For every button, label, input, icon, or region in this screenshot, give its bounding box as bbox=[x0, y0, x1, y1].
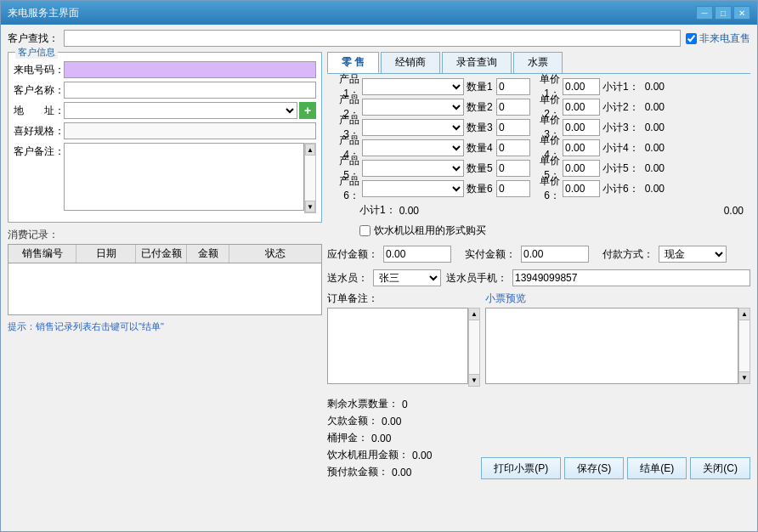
actual-input[interactable] bbox=[521, 246, 589, 263]
prod4-sub-label: 小计4： bbox=[602, 141, 628, 156]
maximize-button[interactable]: □ bbox=[715, 6, 732, 20]
order-memo-scroll-down[interactable]: ▼ bbox=[469, 374, 479, 386]
stat-deposit: 桶押金： 0.00 bbox=[327, 431, 476, 445]
search-input[interactable] bbox=[64, 30, 681, 47]
close-button[interactable]: ✕ bbox=[733, 6, 750, 20]
left-panel: 客户信息 来电号码： 客户名称： 地 址： bbox=[8, 52, 322, 526]
stats-buttons-row: 剩余水票数量： 0 欠款金额： 0.00 桶押金： 0.00 bbox=[327, 393, 750, 479]
add-addr-button[interactable]: + bbox=[299, 102, 316, 119]
prod2-unit[interactable] bbox=[563, 99, 600, 116]
prod2-sub-label: 小计2： bbox=[602, 100, 628, 115]
prod5-unit[interactable] bbox=[563, 160, 600, 177]
tabs: 零 售 经销商 录音查询 水票 bbox=[327, 52, 750, 74]
settle-button[interactable]: 结单(E) bbox=[627, 457, 687, 479]
prod3-unit[interactable] bbox=[563, 119, 600, 136]
tab-recording[interactable]: 录音查询 bbox=[442, 52, 512, 73]
prod6-qty[interactable] bbox=[496, 180, 530, 197]
prod2-select[interactable] bbox=[362, 99, 464, 116]
order-memo-label: 订单备注： bbox=[327, 291, 480, 306]
tab-retail[interactable]: 零 售 bbox=[327, 52, 379, 73]
memo-scroll-up[interactable]: ▲ bbox=[305, 144, 315, 156]
prod6-unit[interactable] bbox=[563, 180, 600, 197]
consumption-table: 销售编号 日期 已付金额 金额 状态 bbox=[8, 244, 322, 315]
ticket-scroll-down[interactable]: ▼ bbox=[739, 371, 750, 383]
hint-text: 提示：销售记录列表右击键可以"结单" bbox=[8, 320, 322, 333]
due-label: 应付金额： bbox=[327, 247, 378, 262]
order-memo-textarea[interactable] bbox=[327, 308, 468, 384]
col-status: 状态 bbox=[229, 245, 321, 263]
non-direct-sale-text: 非来电直售 bbox=[699, 31, 750, 46]
prod1-qty[interactable] bbox=[496, 78, 530, 95]
table-body bbox=[8, 263, 321, 314]
col-paid: 已付金额 bbox=[136, 245, 187, 263]
prod1-unit[interactable] bbox=[563, 78, 600, 95]
tab-dealer[interactable]: 经销商 bbox=[381, 52, 440, 73]
ticket-scroll-track bbox=[739, 320, 750, 371]
prod5-qty[interactable] bbox=[496, 160, 530, 177]
consumption-label: 消费记录： bbox=[8, 228, 322, 242]
minimize-button[interactable]: ─ bbox=[696, 6, 713, 20]
prod2-qty[interactable] bbox=[496, 99, 530, 116]
prod2-qty-label: 数量2： bbox=[467, 100, 494, 115]
tab-ticket[interactable]: 水票 bbox=[513, 52, 563, 73]
prod4-unit[interactable] bbox=[563, 139, 600, 156]
order-memo-section: 订单备注： ▲ ▼ bbox=[327, 291, 480, 387]
prod4-qty[interactable] bbox=[496, 139, 530, 156]
prepay-label: 预付款金额： bbox=[327, 465, 388, 479]
addr-row: 地 址： + bbox=[14, 102, 316, 119]
non-direct-sale-label[interactable]: 非来电直售 bbox=[686, 31, 750, 46]
prod1-qty-label: 数量1： bbox=[467, 80, 494, 94]
bottom-area: 订单备注： ▲ ▼ bbox=[327, 291, 750, 387]
addr-controls: + bbox=[64, 102, 316, 119]
ticket-scroll-up[interactable]: ▲ bbox=[739, 308, 750, 320]
col-amount: 金额 bbox=[187, 245, 229, 263]
prod5-select[interactable] bbox=[362, 160, 464, 177]
prod6-sub-label: 小计6： bbox=[602, 182, 628, 196]
memo-row: 客户备注： ▲ ▼ bbox=[14, 143, 316, 213]
order-memo-scroll-up[interactable]: ▲ bbox=[469, 308, 479, 320]
remaining-tickets-value: 0 bbox=[402, 399, 408, 410]
delivery-person-select[interactable]: 张三 李四 bbox=[373, 269, 441, 286]
name-input[interactable] bbox=[64, 82, 316, 99]
action-buttons: 打印小票(P) 保存(S) 结单(E) 关闭(C) bbox=[481, 457, 750, 479]
right-panel: 零 售 经销商 录音查询 水票 产品1： 数量1： bbox=[327, 52, 750, 526]
order-memo-wrapper: ▲ ▼ bbox=[327, 308, 480, 387]
save-button[interactable]: 保存(S) bbox=[564, 457, 624, 479]
ticket-preview-scrollbar[interactable]: ▲ ▼ bbox=[738, 308, 750, 384]
prod3-qty[interactable] bbox=[496, 119, 530, 136]
addr-select[interactable] bbox=[64, 102, 297, 119]
prod6-unit-label: 单价6： bbox=[533, 174, 560, 203]
prod5-qty-label: 数量5： bbox=[467, 161, 494, 176]
order-memo-scroll-track bbox=[469, 320, 479, 374]
prod1-sub-label: 小计1： bbox=[602, 80, 628, 94]
col-order-no: 销售编号 bbox=[8, 245, 76, 263]
method-select[interactable]: 现金 转账 支付宝 微信 bbox=[659, 246, 727, 263]
ticket-preview-wrapper: ▲ ▼ bbox=[485, 308, 750, 387]
prod6-label: 产品6： bbox=[327, 174, 359, 203]
memo-label: 客户备注： bbox=[14, 144, 60, 159]
memo-scroll-down[interactable]: ▼ bbox=[305, 201, 315, 212]
prod4-select[interactable] bbox=[362, 139, 464, 156]
phone-input[interactable] bbox=[64, 61, 316, 78]
customer-info-group: 客户信息 来电号码： 客户名称： 地 址： bbox=[8, 52, 322, 223]
print-button[interactable]: 打印小票(P) bbox=[481, 457, 561, 479]
close-button-main[interactable]: 关闭(C) bbox=[690, 457, 750, 479]
order-memo-scrollbar[interactable]: ▲ ▼ bbox=[468, 308, 480, 387]
ticket-preview-section: 小票预览 ▲ ▼ bbox=[485, 291, 750, 387]
due-input[interactable] bbox=[383, 246, 451, 263]
rental-checkbox[interactable] bbox=[359, 225, 371, 236]
prod1-select[interactable] bbox=[362, 78, 464, 95]
ticket-preview-label[interactable]: 小票预览 bbox=[485, 291, 750, 306]
non-direct-sale-checkbox[interactable] bbox=[686, 33, 697, 44]
pref-input[interactable] bbox=[64, 122, 316, 139]
prod6-select[interactable] bbox=[362, 180, 464, 197]
memo-textarea[interactable] bbox=[64, 143, 304, 211]
prod4-subtotal: 0.00 bbox=[631, 142, 665, 154]
rental-check-row: 饮水机以租用的形式购买 bbox=[359, 224, 750, 238]
name-row: 客户名称： bbox=[14, 82, 316, 99]
delivery-phone-input[interactable] bbox=[512, 269, 750, 286]
memo-scrollbar[interactable]: ▲ ▼ bbox=[304, 143, 316, 213]
prod3-select[interactable] bbox=[362, 119, 464, 136]
title-bar: 来电服务主界面 ─ □ ✕ bbox=[1, 1, 757, 25]
main-window: 来电服务主界面 ─ □ ✕ 客户查找： 非来电直售 客户信息 bbox=[0, 0, 758, 532]
